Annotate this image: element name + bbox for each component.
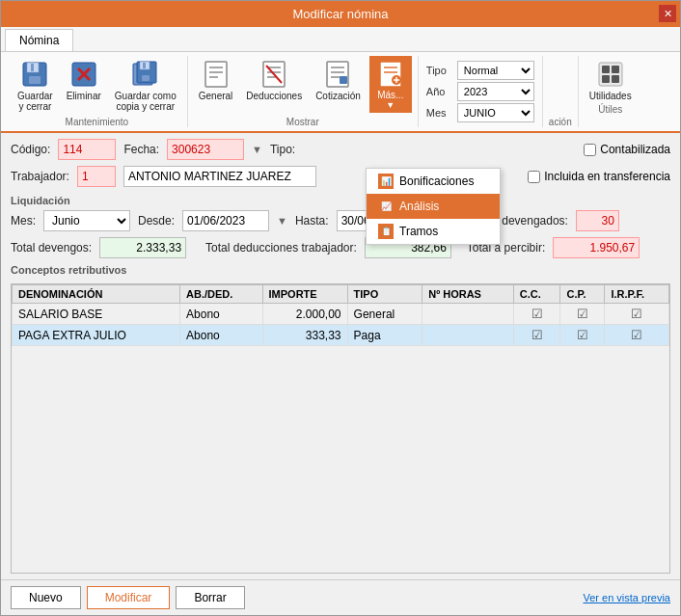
transferencia-label: Incluida en transferencia xyxy=(544,170,670,183)
total-devengos-input xyxy=(99,237,186,258)
eliminar-button[interactable]: Eliminar xyxy=(62,56,106,115)
utilidades-button[interactable]: Utilidades xyxy=(585,56,637,104)
mes-liq-select[interactable]: Junio xyxy=(43,210,130,231)
table-row[interactable]: PAGA EXTRA JULIO Abono 333,33 Paga ☑ ☑ ☑ xyxy=(13,325,669,346)
codigo-input[interactable] xyxy=(58,139,116,160)
col-cp: C.P. xyxy=(560,285,605,304)
close-button[interactable]: ✕ xyxy=(659,5,676,22)
fecha-label: Fecha: xyxy=(123,143,159,156)
anio-select[interactable]: 2023 xyxy=(457,82,534,101)
analisis-item[interactable]: 📈 Análisis xyxy=(367,194,500,219)
col-denominacion: DENOMINACIÓN xyxy=(13,285,180,304)
codigo-row: Código: Fecha: ▼ Tipo: Contabilizada xyxy=(11,139,670,160)
nuevo-button[interactable]: Nuevo xyxy=(11,586,81,609)
cotizacion-group-label: ación xyxy=(549,117,572,127)
trabajador-name-input[interactable] xyxy=(123,166,316,187)
total-deducciones-label: Total deducciones trabajador: xyxy=(205,241,357,254)
eliminar-label: Eliminar xyxy=(67,91,101,101)
svg-rect-3 xyxy=(31,64,34,71)
title-bar: Modificar nómina ✕ xyxy=(1,1,680,27)
contabilizada-label: Contabilizada xyxy=(600,143,670,156)
utilidades-icon xyxy=(595,59,626,90)
row2-horas xyxy=(422,325,513,346)
mostrar-label: Mostrar xyxy=(194,117,412,127)
row2-tipo: Paga xyxy=(347,325,422,346)
liquidacion-title: Liquidación xyxy=(11,195,670,206)
transferencia-checkbox[interactable] xyxy=(528,171,540,183)
row2-ab-ded: Abono xyxy=(180,325,262,346)
cotizacion-button[interactable]: Cotización xyxy=(311,56,366,104)
mas-button[interactable]: Más... ▼ xyxy=(369,56,412,113)
trabajador-row: Trabajador: Incluida en transferencia xyxy=(11,166,670,187)
liquidacion-row1: Mes: Junio Desde: ▼ Hasta: ▼ Total días … xyxy=(11,210,670,231)
svg-rect-34 xyxy=(612,66,619,73)
total-devengos-label: Total devengos: xyxy=(11,241,92,254)
analisis-icon: 📈 xyxy=(378,199,394,214)
svg-rect-33 xyxy=(602,66,610,73)
general-icon xyxy=(201,59,232,90)
tipo-label: Tipo xyxy=(426,65,453,76)
deducciones-icon xyxy=(259,59,289,90)
conceptos-title: Conceptos retributivos xyxy=(11,264,670,276)
utilidades-label: Utilidades xyxy=(589,91,632,101)
save-icon xyxy=(19,59,50,90)
col-irpf: I.R.P.F. xyxy=(605,285,669,304)
tramos-icon: 📋 xyxy=(378,224,394,239)
total-dias-input[interactable] xyxy=(576,210,619,231)
conceptos-table-container: DENOMINACIÓN AB./DED. IMPORTE TIPO Nº HO… xyxy=(11,283,670,574)
row2-irpf: ☑ xyxy=(605,325,669,346)
svg-rect-12 xyxy=(205,62,227,87)
cotizacion-label: Cotización xyxy=(315,91,361,101)
mantenimiento-label: Mantenimiento xyxy=(13,117,181,127)
trabajador-id-input[interactable] xyxy=(77,166,116,187)
ribbon-utilities: Utilidades Útiles xyxy=(579,56,642,127)
col-horas: Nº HORAS xyxy=(422,285,513,304)
nomina-tab[interactable]: Nómina xyxy=(5,29,73,51)
guardar-copia-button[interactable]: Guardar como copia y cerrar xyxy=(110,56,181,115)
fecha-arrow[interactable]: ▼ xyxy=(252,144,262,155)
tramos-item[interactable]: 📋 Tramos xyxy=(367,219,500,244)
svg-rect-2 xyxy=(29,76,41,84)
svg-rect-25 xyxy=(340,76,347,84)
footer: Nuevo Modificar Borrar Ver en vista prev… xyxy=(1,579,680,615)
col-cc: C.C. xyxy=(513,285,560,304)
general-button[interactable]: General xyxy=(194,56,238,104)
vista-previa-link[interactable]: Ver en vista previa xyxy=(584,592,671,603)
borrar-button[interactable]: Borrar xyxy=(176,586,244,609)
svg-rect-35 xyxy=(602,75,610,83)
desde-input[interactable] xyxy=(182,210,269,231)
tab-bar: Nómina xyxy=(1,27,680,52)
row1-tipo: General xyxy=(347,304,422,325)
svg-rect-10 xyxy=(142,75,150,81)
transferencia-checkbox-label[interactable]: Incluida en transferencia xyxy=(528,170,670,183)
guardar-label2: y cerrar xyxy=(18,101,51,112)
contabilizada-checkbox[interactable] xyxy=(584,144,596,156)
row2-cc: ☑ xyxy=(513,325,560,346)
main-content: Código: Fecha: ▼ Tipo: Contabilizada Tra… xyxy=(1,133,680,579)
row1-importe: 2.000,00 xyxy=(262,304,347,325)
desde-arrow[interactable]: ▼ xyxy=(277,215,287,227)
mas-arrow: ▼ xyxy=(386,100,395,110)
col-importe: IMPORTE xyxy=(262,285,347,304)
guardar-cerrar-button[interactable]: Guardar y cerrar xyxy=(13,56,58,115)
row1-cp: ☑ xyxy=(560,304,605,325)
row2-cp: ☑ xyxy=(560,325,605,346)
tramos-label: Tramos xyxy=(399,225,438,238)
deducciones-button[interactable]: Deducciones xyxy=(241,56,307,104)
conceptos-table: DENOMINACIÓN AB./DED. IMPORTE TIPO Nº HO… xyxy=(12,284,669,346)
mes-select[interactable]: JUNIO xyxy=(457,103,534,122)
fecha-input[interactable] xyxy=(167,139,244,160)
bonificaciones-item[interactable]: 📊 Bonificaciones xyxy=(367,169,500,194)
guardar-copia-label2: copia y cerrar xyxy=(116,101,175,112)
row1-cc: ☑ xyxy=(513,304,560,325)
table-row[interactable]: SALARIO BASE Abono 2.000,00 General ☑ ☑ … xyxy=(13,304,669,325)
table-header-row: DENOMINACIÓN AB./DED. IMPORTE TIPO Nº HO… xyxy=(13,285,669,304)
contabilizada-checkbox-label[interactable]: Contabilizada xyxy=(584,143,670,156)
ribbon-tipo-group: Tipo Normal Extra Año 2023 Mes JUNIO xyxy=(419,56,543,127)
row1-denominacion: SALARIO BASE xyxy=(13,304,180,325)
desde-label: Desde: xyxy=(138,214,175,228)
row2-denominacion: PAGA EXTRA JULIO xyxy=(13,325,180,346)
modificar-button[interactable]: Modificar xyxy=(87,586,171,609)
tipo-select[interactable]: Normal Extra xyxy=(457,61,534,80)
codigo-label: Código: xyxy=(11,143,50,156)
